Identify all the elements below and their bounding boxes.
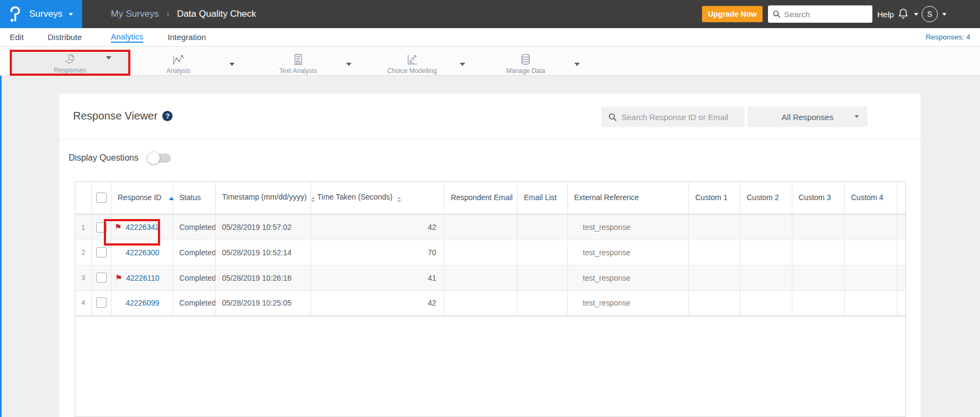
select-all-checkbox[interactable] <box>96 193 107 203</box>
row-number: 3 <box>75 265 91 290</box>
custom-2-cell <box>740 265 792 290</box>
breadcrumb-my-surveys[interactable]: My Surveys <box>111 9 159 19</box>
table-row: 2 ⚑42226300 Completed 05/28/2019 10:52:1… <box>75 240 906 265</box>
product-switcher[interactable]: Surveys <box>0 0 82 28</box>
col-time-taken-label: Time Taken (Seconds) <box>317 193 393 201</box>
custom-4-cell <box>844 214 897 240</box>
upgrade-now-button[interactable]: Upgrade Now <box>702 6 763 22</box>
response-id-link[interactable]: 42226110 <box>126 274 159 282</box>
chevron-down-icon <box>914 13 918 16</box>
custom-3-cell <box>792 265 844 290</box>
timestamp-cell: 05/28/2019 10:57:02 <box>215 214 310 240</box>
col-custom-4-label: Custom 4 <box>851 193 884 202</box>
responses-icon <box>63 54 77 65</box>
analytics-toolbar: Responses Analysis Text Analysis <box>0 46 980 76</box>
external-reference-cell: test_response <box>567 214 688 240</box>
response-search <box>601 107 745 127</box>
col-custom-4: Custom 4 <box>844 182 897 214</box>
row-select-cell <box>91 265 111 290</box>
col-respondent-email-label: Respondent Email <box>451 193 513 202</box>
external-reference-cell: test_response <box>567 240 688 265</box>
custom-3-cell <box>792 214 844 240</box>
sort-asc-icon <box>169 197 174 200</box>
toolbar-manage-data-button[interactable]: Manage Data <box>493 53 558 75</box>
col-status: Status <box>173 182 215 214</box>
tab-analytics[interactable]: Analytics <box>111 28 143 46</box>
response-filter-dropdown[interactable]: All Responses <box>747 107 868 127</box>
tab-distribute[interactable]: Distribute <box>48 28 82 46</box>
topbar: Surveys My Surveys › Data Quality Check … <box>0 0 980 28</box>
custom-1-cell <box>688 240 740 265</box>
custom-1-cell <box>688 265 740 290</box>
topbar-search-input[interactable] <box>784 10 865 19</box>
sort-icon <box>397 197 401 202</box>
tab-integration[interactable]: Integration <box>168 28 206 46</box>
row-checkbox[interactable] <box>96 222 107 233</box>
row-checkbox[interactable] <box>96 273 107 283</box>
responses-dropdown-caret[interactable] <box>106 56 111 59</box>
search-icon <box>772 10 781 18</box>
col-custom-1-label: Custom 1 <box>696 193 728 202</box>
toolbar-manage-data-label: Manage Data <box>506 67 545 75</box>
toolbar-choice-modelling-button[interactable]: Choice Modelling <box>377 53 447 75</box>
choice-modelling-dropdown-caret[interactable] <box>460 63 465 66</box>
col-custom-3: Custom 3 <box>792 182 844 214</box>
table-row: 3 ⚑42226110 Completed 05/28/2019 10:26:1… <box>75 265 906 290</box>
chevron-down-icon <box>855 115 859 118</box>
flag-icon: ⚑ <box>115 273 122 283</box>
breadcrumb: My Surveys › Data Quality Check <box>111 0 256 28</box>
row-checkbox[interactable] <box>96 297 107 308</box>
response-id-link[interactable]: 42226099 <box>125 299 159 307</box>
col-external-reference: External Reference <box>567 182 688 214</box>
toolbar-text-analysis-button[interactable]: Text Analysis <box>266 53 330 75</box>
help-link[interactable]: Help <box>877 0 894 28</box>
col-row-number <box>75 182 91 214</box>
time-taken-cell: 41 <box>310 265 444 290</box>
text-analysis-dropdown-caret[interactable] <box>346 63 352 66</box>
display-questions-toggle[interactable] <box>148 154 171 163</box>
col-time-taken[interactable]: Time Taken (Seconds) <box>310 182 444 214</box>
table-row: 1 ⚑42226342 Completed 05/28/2019 10:57:0… <box>75 214 906 240</box>
notifications-button[interactable] <box>897 0 918 28</box>
col-respondent-email: Respondent Email <box>444 182 517 214</box>
gutter-cell <box>897 240 906 265</box>
col-timestamp-label: Timestamp (mm/dd/yyyy) <box>222 193 307 201</box>
col-gutter <box>897 182 906 214</box>
analysis-dropdown-caret[interactable] <box>229 63 235 66</box>
gutter-cell <box>897 290 906 316</box>
gutter-cell <box>897 265 906 290</box>
custom-4-cell <box>844 240 897 265</box>
col-timestamp[interactable]: Timestamp (mm/dd/yyyy) <box>215 182 310 214</box>
account-menu[interactable]: S <box>922 0 946 28</box>
response-search-input[interactable] <box>621 112 735 122</box>
help-icon[interactable]: ? <box>162 111 173 121</box>
status-cell: Completed <box>173 240 215 265</box>
email-list-cell <box>517 290 567 316</box>
col-custom-2-label: Custom 2 <box>747 193 779 202</box>
analysis-icon <box>171 53 186 66</box>
response-id-link[interactable]: 42226300 <box>125 248 159 257</box>
row-checkbox[interactable] <box>96 247 107 257</box>
custom-2-cell <box>740 240 792 265</box>
product-name: Surveys <box>29 9 62 19</box>
col-email-list: Email List <box>517 182 567 214</box>
col-custom-1: Custom 1 <box>688 182 740 214</box>
chevron-down-icon <box>69 13 73 16</box>
col-response-id-label: Response ID <box>118 193 162 202</box>
tab-edit[interactable]: Edit <box>10 28 24 46</box>
display-questions-row: Display Questions <box>69 153 171 163</box>
flag-icon: ⚑ <box>115 222 122 232</box>
row-number: 4 <box>75 290 91 316</box>
respondent-email-cell <box>444 240 517 265</box>
col-response-id[interactable]: Response ID <box>111 182 173 214</box>
tab-analytics-label: Analytics <box>111 32 143 43</box>
email-list-cell <box>517 240 567 265</box>
row-select-cell <box>91 214 111 240</box>
manage-data-dropdown-caret[interactable] <box>574 63 580 66</box>
toolbar-analysis-button[interactable]: Analysis <box>146 53 211 75</box>
display-questions-label: Display Questions <box>69 153 138 163</box>
respondent-email-cell <box>444 265 517 290</box>
response-viewer-card: Response Viewer ? All Responses Display … <box>59 94 921 417</box>
response-id-link[interactable]: 42226342 <box>125 223 159 231</box>
email-list-cell <box>517 214 567 240</box>
